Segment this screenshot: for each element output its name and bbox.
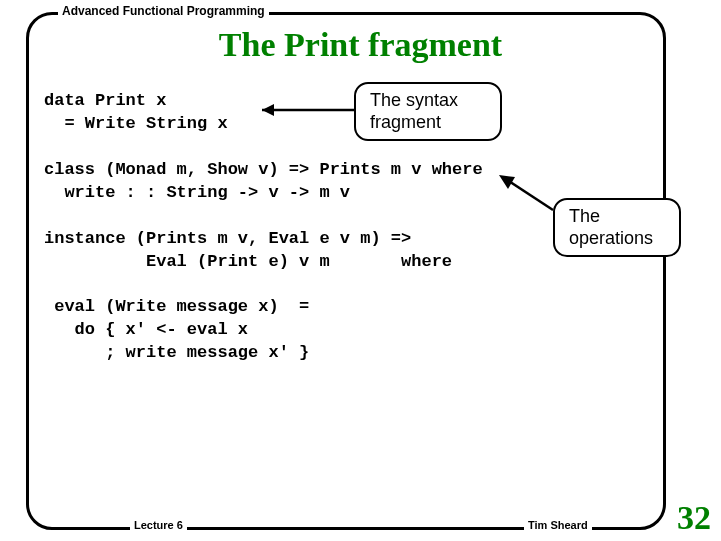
arrow-operations xyxy=(490,168,560,218)
code-line: do { x' <- eval x xyxy=(44,320,248,339)
slide-title: The Print fragment xyxy=(0,26,721,64)
code-line: Eval (Print e) v m where xyxy=(44,252,452,271)
arrow-syntax xyxy=(250,96,360,126)
code-line: eval (Write message x) = xyxy=(44,297,309,316)
code-line: class (Monad m, Show v) => Prints m v wh… xyxy=(44,160,483,179)
code-line: data Print x xyxy=(44,91,166,110)
svg-marker-1 xyxy=(262,104,274,116)
lecture-label: Lecture 6 xyxy=(130,519,187,531)
author-label: Tim Sheard xyxy=(524,519,592,531)
code-line: instance (Prints m v, Eval e v m) => xyxy=(44,229,411,248)
callout-text: The xyxy=(569,206,665,228)
callout-operations: The operations xyxy=(553,198,681,257)
svg-marker-3 xyxy=(499,175,515,189)
code-line: = Write String x xyxy=(44,114,228,133)
code-line: ; write message x' } xyxy=(44,343,309,362)
callout-syntax: The syntax fragment xyxy=(354,82,502,141)
callout-text: fragment xyxy=(370,112,486,134)
course-header: Advanced Functional Programming xyxy=(58,4,269,18)
callout-text: operations xyxy=(569,228,665,250)
callout-text: The syntax xyxy=(370,90,486,112)
code-line: write : : String -> v -> m v xyxy=(44,183,350,202)
page-number: 32 xyxy=(677,499,711,537)
